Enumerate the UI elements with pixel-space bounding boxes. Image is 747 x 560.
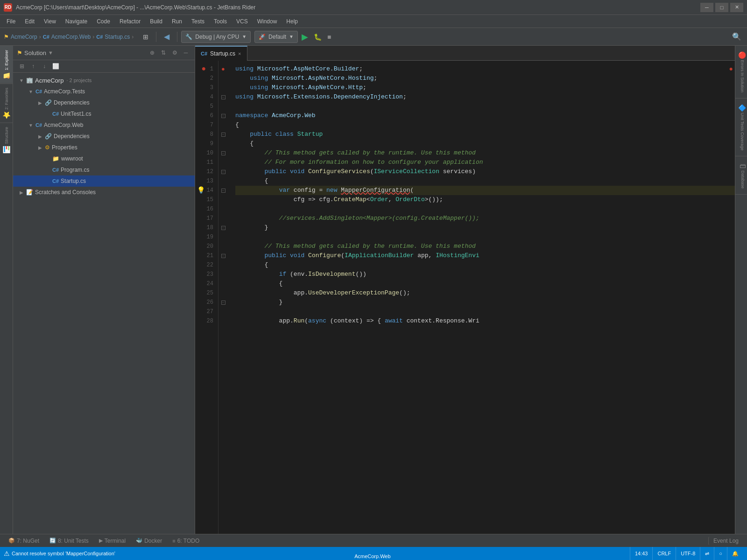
docker-tool[interactable]: 🐳 Docker bbox=[131, 537, 167, 545]
terminal-tool[interactable]: ▶ Terminal bbox=[94, 537, 130, 545]
editor-area: C# Startup.cs × ● 1 2 3 4 5 6 7 8 9 1 bbox=[195, 46, 735, 534]
status-time[interactable]: 14:43 bbox=[630, 547, 653, 560]
status-warning[interactable]: ⚠ Cannot resolve symbol 'MapperConfigura… bbox=[4, 550, 115, 557]
tree-arrow-deps-tests[interactable]: ▶ bbox=[36, 100, 44, 105]
tree-item-deps-web[interactable]: ▶ 🔗 Dependencies bbox=[13, 131, 195, 142]
tab-label: Startup.cs bbox=[210, 50, 235, 57]
line-num-16: 16 bbox=[195, 204, 218, 214]
menu-navigate[interactable]: Navigate bbox=[61, 16, 92, 27]
close-button[interactable]: ✕ bbox=[730, 3, 743, 12]
toolbar-sep-2 bbox=[177, 32, 177, 42]
gutter-14: ─ bbox=[218, 186, 228, 195]
back-btn[interactable]: ◀ bbox=[160, 30, 173, 43]
errors-tab[interactable]: 🔴 Errors In Solution bbox=[735, 46, 747, 98]
tree-item-startup[interactable]: C# Startup.cs bbox=[13, 175, 195, 187]
status-bar: ⚠ Cannot resolve symbol 'MapperConfigura… bbox=[0, 547, 747, 560]
menu-tools[interactable]: Tools bbox=[209, 16, 232, 27]
tree-item-scratches[interactable]: ▶ 📝 Scratches and Consoles bbox=[13, 187, 195, 198]
sidebar-tool-4[interactable]: ⬜ bbox=[50, 61, 61, 71]
search-button[interactable]: 🔍 bbox=[730, 31, 743, 42]
gutter-12: ─ bbox=[218, 167, 228, 176]
favorites-tab[interactable]: ⭐ 2: Favorites bbox=[0, 84, 13, 123]
menu-view[interactable]: View bbox=[39, 16, 61, 27]
code-line-9: { bbox=[235, 139, 735, 148]
debug-button[interactable]: 🐛 bbox=[312, 32, 324, 42]
stop-button[interactable]: ■ bbox=[325, 32, 333, 42]
tree-label-program: Program.cs bbox=[61, 167, 89, 173]
database-tab[interactable]: 🗃 Database bbox=[735, 156, 747, 195]
tree-arrow-acmecorp[interactable]: ▼ bbox=[18, 78, 25, 83]
menu-help[interactable]: Help bbox=[282, 16, 303, 27]
explorer-tab[interactable]: 📁 1: Explorer bbox=[0, 46, 13, 84]
gutter-26: ─ bbox=[218, 298, 228, 307]
menu-vcs[interactable]: VCS bbox=[232, 16, 253, 27]
solution-title: Solution bbox=[24, 49, 46, 56]
tree-icon-tests: C# bbox=[35, 89, 42, 94]
menu-window[interactable]: Window bbox=[253, 16, 282, 27]
status-indent[interactable]: ⇌ bbox=[700, 547, 714, 560]
tree-item-unittest1[interactable]: C# UnitTest1.cs bbox=[13, 108, 195, 119]
tree-item-web[interactable]: ▼ C# AcmeCorp.Web bbox=[13, 119, 195, 131]
expand-toolbar-btn[interactable]: ⊞ bbox=[139, 30, 152, 43]
tree-arrow-web[interactable]: ▼ bbox=[27, 123, 35, 128]
status-line-ending[interactable]: CRLF bbox=[652, 547, 676, 560]
menu-refactor[interactable]: Refactor bbox=[115, 16, 145, 27]
breadcrumb-project[interactable]: AcmeCorp bbox=[11, 34, 37, 40]
tab-close-btn[interactable]: × bbox=[238, 51, 241, 56]
sidebar-tool-2[interactable]: ↑ bbox=[28, 61, 38, 71]
menu-file[interactable]: File bbox=[2, 16, 20, 27]
debug-config-combo[interactable]: 🔧 Debug | Any CPU ▼ bbox=[181, 31, 251, 43]
sidebar-settings-btn[interactable]: ⚙ bbox=[169, 48, 180, 58]
menu-run[interactable]: Run bbox=[167, 16, 187, 27]
status-project: AcmeCorp.Web bbox=[354, 553, 390, 559]
sidebar-close-btn[interactable]: ─ bbox=[181, 48, 191, 58]
code-line-8: public class Startup bbox=[235, 130, 735, 139]
structure-tab[interactable]: 📊 Structure bbox=[0, 123, 13, 157]
sidebar-collapse-btn[interactable]: ⇅ bbox=[158, 48, 169, 58]
gutter-27 bbox=[218, 307, 228, 316]
docker-label: Docker bbox=[144, 538, 162, 544]
menu-tests[interactable]: Tests bbox=[187, 16, 209, 27]
tree-item-program[interactable]: C# Program.cs bbox=[13, 164, 195, 175]
status-bell[interactable]: 🔔 bbox=[727, 547, 743, 560]
event-log-tool[interactable]: Event Log bbox=[708, 537, 743, 545]
tree-item-acmecorp[interactable]: ▼ 🏢 AcmeCorp · 2 projects bbox=[13, 75, 195, 86]
unit-tests-tool[interactable]: 🔄 8: Unit Tests bbox=[45, 537, 93, 545]
sidebar-tool-3[interactable]: ↓ bbox=[39, 61, 49, 71]
menu-edit[interactable]: Edit bbox=[20, 16, 39, 27]
tree-arrow-tests[interactable]: ▼ bbox=[27, 89, 35, 94]
code-line-28: app.Run(async (context) => { await conte… bbox=[235, 316, 735, 326]
code-editor[interactable]: ● 1 2 3 4 5 6 7 8 9 10 11 12 13 💡 14 1 bbox=[195, 61, 735, 534]
menu-code[interactable]: Code bbox=[92, 16, 115, 27]
unit-tests-coverage-tab[interactable]: 🔷 Unit Tests Coverage bbox=[735, 98, 747, 156]
menu-build[interactable]: Build bbox=[145, 16, 167, 27]
code-content[interactable]: using Microsoft.AspNetCore.Builder; ● us… bbox=[228, 61, 735, 534]
solution-tree: ▼ 🏢 AcmeCorp · 2 projects ▼ C# AcmeCorp.… bbox=[13, 73, 195, 534]
tab-startup[interactable]: C# Startup.cs × bbox=[195, 46, 247, 61]
breadcrumb-file[interactable]: Startup.cs bbox=[105, 34, 130, 40]
tree-icon-acmecorp: 🏢 bbox=[26, 77, 33, 84]
toolbar-sep-1 bbox=[156, 32, 156, 42]
maximize-button[interactable]: □ bbox=[715, 3, 728, 12]
todo-tool[interactable]: ≡ 6: TODO bbox=[168, 537, 204, 545]
status-encoding[interactable]: UTF-8 bbox=[676, 547, 700, 560]
tree-item-tests[interactable]: ▼ C# AcmeCorp.Tests bbox=[13, 86, 195, 97]
tree-item-wwwroot[interactable]: 📁 wwwroot bbox=[13, 153, 195, 164]
breadcrumb-subproject[interactable]: AcmeCorp.Web bbox=[51, 34, 91, 40]
sidebar-locate-btn[interactable]: ⊕ bbox=[147, 48, 157, 58]
code-line-26: } bbox=[235, 298, 735, 307]
tree-label-deps-tests: Dependencies bbox=[54, 99, 90, 106]
sidebar-tool-1[interactable]: ⊞ bbox=[17, 61, 27, 71]
run-button[interactable]: ▶ bbox=[300, 31, 310, 43]
gutter-6: ─ bbox=[218, 111, 228, 120]
tree-arrow-deps-web[interactable]: ▶ bbox=[36, 134, 44, 139]
run-config-combo[interactable]: 🚀 Default ▼ bbox=[254, 31, 298, 43]
status-circle[interactable]: ○ bbox=[714, 547, 727, 560]
nuget-tool[interactable]: 📦 7: NuGet bbox=[4, 537, 44, 545]
tree-arrow-properties[interactable]: ▶ bbox=[36, 145, 44, 150]
tree-item-deps-tests[interactable]: ▶ 🔗 Dependencies bbox=[13, 97, 195, 108]
tree-item-properties[interactable]: ▶ ⚙ Properties bbox=[13, 142, 195, 153]
minimize-button[interactable]: ─ bbox=[700, 3, 713, 12]
right-panel-strip: 🔴 Errors In Solution 🔷 Unit Tests Covera… bbox=[735, 46, 747, 534]
tree-arrow-scratches[interactable]: ▶ bbox=[18, 190, 25, 195]
